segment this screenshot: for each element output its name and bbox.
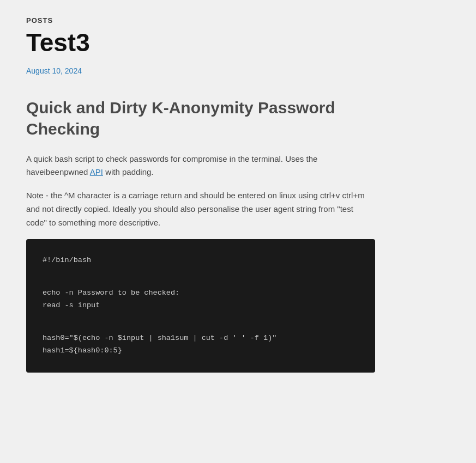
code-line-echo: echo -n Password to be checked: (43, 289, 179, 297)
code-line-shebang: #!/bin/bash (43, 256, 91, 264)
code-content: #!/bin/bash echo -n Password to be check… (43, 254, 359, 357)
post-date: August 10, 2024 (26, 66, 450, 75)
breadcrumb: POSTS (26, 16, 450, 25)
code-line-hash1: hash1=${hash0:0:5} (43, 346, 122, 355)
code-line-read: read -s input (43, 301, 100, 309)
paragraph-1-text: A quick bash script to check passwords f… (26, 154, 317, 177)
article-paragraph-2: Note - the ^M character is a carriage re… (26, 189, 375, 229)
article-body: A quick bash script to check passwords f… (26, 153, 375, 373)
article-title: Quick and Dirty K-Anonymity Password Che… (26, 97, 375, 139)
paragraph-1-end: with padding. (103, 167, 154, 176)
api-link[interactable]: API (90, 167, 103, 176)
post-title: Test3 (26, 29, 450, 57)
code-line-hash0: hash0="$(echo -n $input | sha1sum | cut … (43, 334, 276, 342)
article-paragraph-1: A quick bash script to check passwords f… (26, 153, 375, 180)
code-block: #!/bin/bash echo -n Password to be check… (26, 239, 375, 373)
page-container: POSTS Test3 August 10, 2024 Quick and Di… (0, 0, 476, 394)
